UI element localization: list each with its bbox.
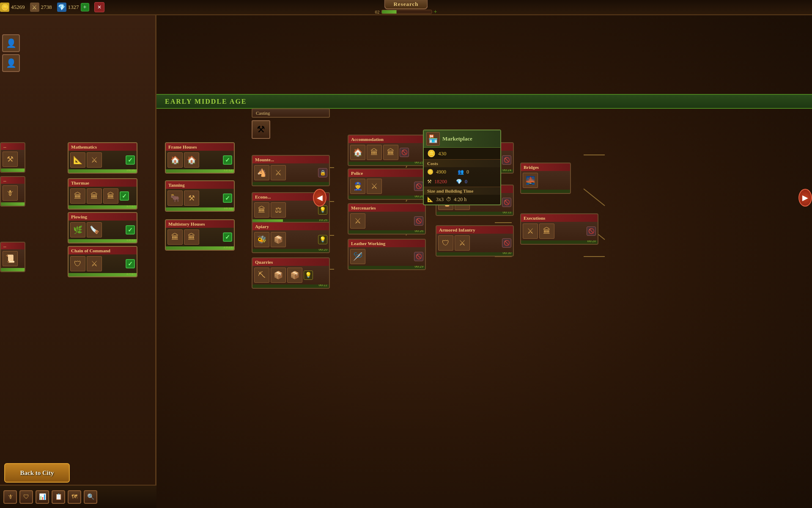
tech-mathematics-check: ✓ xyxy=(126,155,135,165)
tech-police-label: Police xyxy=(348,169,425,177)
tech-plowing[interactable]: Plowing 🌿 🪚 ✓ 15/15 xyxy=(68,212,137,243)
resources-bar: 🪙 45269 ⚔ 2738 💎 1327 + ✕ xyxy=(0,2,106,12)
tech-police[interactable]: Police 👮 ⚔ 🚫 00/26 xyxy=(348,168,426,200)
tech-mounted[interactable]: Mounte... 🐴 ⚔ 🔒 xyxy=(252,155,330,186)
tech-heavy-cavalry-footer: 00/33 xyxy=(436,212,513,215)
tech-executions-count: 00/20 xyxy=(587,240,596,243)
tech-clapboard-lock: 🚫 xyxy=(502,155,511,165)
tech-accommodation[interactable]: Accommodation 🏠 🏛 🏛 🚫 00/25 xyxy=(348,135,426,166)
tech-left-partial2-body: 🗡 xyxy=(1,184,25,202)
progress-label: 02 xyxy=(375,9,380,14)
tech-left-partial1: ... ⚒ 16/16 xyxy=(0,142,25,173)
tech-chain-check: ✓ xyxy=(126,259,135,268)
tech-police-icon2: ⚔ xyxy=(367,179,382,194)
tech-leather-body: 🪡 🚫 xyxy=(348,247,425,266)
avatar-1[interactable]: 👤 xyxy=(2,34,20,52)
tech-leather-lock: 🚫 xyxy=(414,252,423,261)
close-button[interactable]: ✕ xyxy=(94,2,104,12)
tech-plowing-icon1: 🌿 xyxy=(70,222,85,237)
tech-armored-infantry-lock: 🚫 xyxy=(502,238,511,248)
tech-quarries-icon3: 📦 xyxy=(287,268,302,283)
toolbar-btn-2[interactable]: 🛡 xyxy=(19,490,33,504)
back-to-city-label: Back to City xyxy=(20,469,54,477)
tech-chain-count: 17/17 xyxy=(126,273,135,276)
tech-armored-infantry[interactable]: Armored Infantry 🛡 ⚔ 🚫 00/30 xyxy=(436,225,514,257)
tooltip-size-val: 3x3 xyxy=(436,196,444,203)
tech-economy-icon1: 🏛 xyxy=(254,202,269,218)
screen-title: Research xyxy=(384,0,428,9)
add-gems-button[interactable]: + xyxy=(81,3,89,11)
tech-thermae-count: 17/17 xyxy=(126,205,135,208)
tooltip-gold-icon: 🪙 xyxy=(427,149,436,157)
tech-frame-houses-body: 🏠 🏠 ✓ xyxy=(166,151,234,169)
nav-arrow-right[interactable]: ▶ xyxy=(798,189,812,207)
tech-mercenaries[interactable]: Mercenaries ⚔ 🚫 00/26 xyxy=(348,203,426,235)
tech-tanning-label: Tanning xyxy=(166,181,234,189)
tech-left-partial1-body: ⚒ xyxy=(1,150,25,168)
tech-quarries[interactable]: Quarries ⛏ 📦 📦 💡 00/22 xyxy=(252,257,330,289)
tech-bridges-body: 🌉 xyxy=(521,171,570,190)
tech-frame-houses-label: Frame Houses xyxy=(166,143,234,151)
toolbar-btn-4[interactable]: 📋 xyxy=(52,490,65,504)
toolbar-btn-5[interactable]: 🗺 xyxy=(68,490,81,504)
avatar-2[interactable]: 👤 xyxy=(2,54,20,72)
tech-thermae-icon2: 🏛 xyxy=(87,188,102,204)
tech-apiary[interactable]: Apiary 🐝 📦 💡 00/20 xyxy=(252,222,330,253)
tooltip-costs-header: Costs xyxy=(424,159,500,167)
tooltip-title: Marketplace xyxy=(442,135,472,142)
tech-mounted-footer xyxy=(252,182,329,185)
tech-mercenaries-body: ⚔ 🚫 xyxy=(348,212,425,230)
tech-apiary-body: 🐝 📦 💡 xyxy=(252,230,329,249)
tooltip-cost-row-1: 🪙 4900 👥 0 xyxy=(424,167,500,177)
marketplace-tooltip: 🏪 Marketplace 🪙 430 Costs 🪙 4900 👥 0 ⚒ 1… xyxy=(423,130,501,205)
casting-icon-node[interactable]: ⚒ xyxy=(252,120,271,139)
tech-mathematics[interactable]: Mathematics 📐 ⚔ ✓ 16/16 xyxy=(68,142,137,174)
tech-frame-count: 12/12 xyxy=(223,169,232,172)
tech-tanning[interactable]: Tanning 🐂 ⚒ ✓ 18/18 xyxy=(165,180,235,212)
tech-quarries-label: Quarries xyxy=(252,258,329,266)
tech-accommodation-icon3: 🏛 xyxy=(383,145,398,160)
tech-left-partial2: ... 🗡 22/22 xyxy=(0,176,25,207)
tech-left-partial2-icon: 🗡 xyxy=(3,185,18,201)
tech-mounted-icon2: ⚔ xyxy=(271,165,286,180)
toolbar-btn-3[interactable]: 📊 xyxy=(36,490,49,504)
tech-thermae-icon3: 🏛 xyxy=(103,188,118,204)
tech-multistory-label: Multistory Houses xyxy=(166,220,234,228)
tech-left-partial1-bar xyxy=(1,168,25,172)
tech-tanning-icon2: ⚒ xyxy=(184,190,199,206)
tech-left-partial1-header: ... xyxy=(1,143,25,150)
tooltip-time-val: 4:20 h xyxy=(454,196,466,203)
toolbar-btn-1[interactable]: 🗡 xyxy=(3,490,17,504)
tech-thermae-icon1: 🏛 xyxy=(70,188,85,204)
back-to-city-button[interactable]: Back to City xyxy=(4,463,70,483)
tech-armored-infantry-footer: 00/30 xyxy=(436,252,513,256)
tech-police-count: 00/26 xyxy=(414,196,423,198)
gem-resource: 💎 1327 + xyxy=(57,3,89,12)
tech-leather[interactable]: Leather Working 🪡 🚫 00/29 xyxy=(348,239,426,270)
tech-executions[interactable]: Executions ⚔ 🏛 🚫 00/20 xyxy=(520,213,598,245)
tooltip-gold-value: 430 xyxy=(438,150,447,157)
tech-left-partial2-bar xyxy=(1,202,25,206)
tech-quarries-bulb: 💡 xyxy=(304,271,313,280)
tech-multistory[interactable]: Multistory Houses 🏛 🏛 ✓ 23/23 xyxy=(165,219,235,251)
tech-plowing-label: Plowing xyxy=(69,213,137,221)
add-research-button[interactable]: + xyxy=(434,8,437,15)
sword-value: 2738 xyxy=(41,4,52,11)
tech-tanning-check: ✓ xyxy=(223,193,232,203)
tech-apiary-footer: 00/20 xyxy=(252,249,329,252)
tech-plowing-footer: 15/15 xyxy=(69,239,137,243)
nav-arrow-left[interactable]: ◀ xyxy=(313,189,326,207)
tech-armored-infantry-body: 🛡 ⚔ 🚫 xyxy=(436,234,513,252)
tech-mercenaries-count: 00/26 xyxy=(414,230,423,233)
tech-bridges[interactable]: Bridges 🌉 xyxy=(520,163,571,194)
tech-chain-of-command[interactable]: Chain of Command 🛡 ⚔ ✓ 17/17 xyxy=(68,246,137,277)
tech-thermae-label: Thermae xyxy=(69,179,137,187)
tech-thermae[interactable]: Thermae 🏛 🏛 🏛 ✓ 17/17 xyxy=(68,178,137,210)
toolbar-btn-6[interactable]: 🔍 xyxy=(84,490,97,504)
tooltip-cost-row-2: ⚒ 18200 💎 0 xyxy=(424,177,500,187)
gem-icon: 💎 xyxy=(57,3,66,12)
tech-quarries-icon1: ⛏ xyxy=(254,268,269,283)
tech-mathematics-count: 16/16 xyxy=(126,169,135,172)
tech-frame-houses[interactable]: Frame Houses 🏠 🏠 ✓ 12/12 xyxy=(165,142,235,174)
tooltip-gold-row: 🪙 430 xyxy=(424,148,500,159)
